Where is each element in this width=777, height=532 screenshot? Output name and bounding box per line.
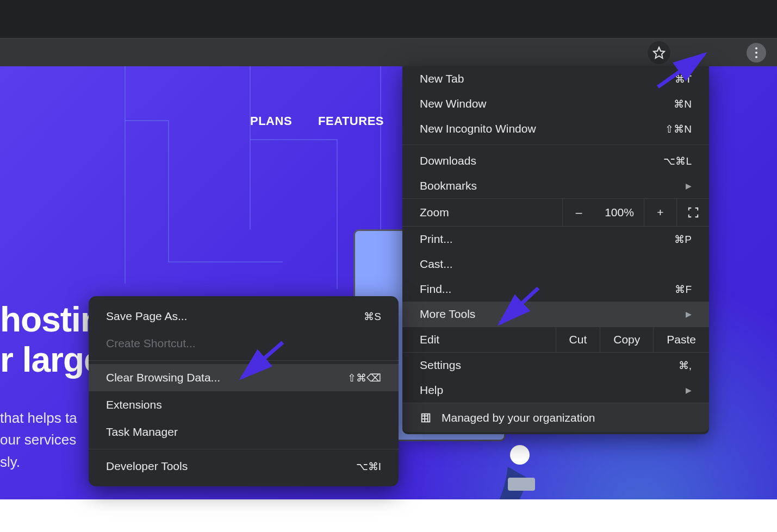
hero-body-2: our services [0,431,76,448]
chrome-menu-button[interactable] [747,43,766,62]
chevron-right-icon: ▶ [686,181,692,190]
menu-cast[interactable]: Cast... [402,252,709,277]
bookmark-star-button[interactable] [648,41,670,64]
zoom-label: Zoom [402,206,562,219]
menu-separator [89,449,399,449]
chrome-main-menu: New Tab ⌘T New Window ⌘N New Incognito W… [402,66,709,434]
fullscreen-button[interactable] [676,198,709,227]
hero-line-2: r large [0,340,103,379]
shortcut-text: ⌘S [364,310,381,323]
svg-rect-5 [508,478,535,491]
submenu-save-page[interactable]: Save Page As... ⌘S [89,303,399,330]
shortcut-text: ⌘F [675,283,692,296]
menu-separator [402,145,709,145]
shortcut-text: ⌘T [675,73,692,85]
menu-edit-row: Edit Cut Copy Paste [402,327,709,353]
shortcut-text: ⌘, [679,359,692,372]
zoom-value: 100% [595,206,644,219]
shortcut-text: ⌘N [674,98,692,110]
more-vert-icon [755,47,757,49]
nav-plans[interactable]: PLANS [250,114,292,128]
menu-settings[interactable]: Settings ⌘, [402,353,709,378]
menu-new-window[interactable]: New Window ⌘N [402,91,709,116]
nav-features[interactable]: FEATURES [318,114,384,128]
hero-line-1: hostin [0,300,101,339]
menu-print[interactable]: Print... ⌘P [402,227,709,252]
shortcut-text: ⌥⌘I [356,460,381,473]
svg-point-4 [510,445,530,465]
building-icon [420,412,432,424]
menu-more-tools[interactable]: More Tools ▶ [402,302,709,327]
svg-marker-0 [654,47,664,58]
hero-text: hostin r large that helps ta our service… [0,300,103,473]
menu-bookmarks[interactable]: Bookmarks ▶ [402,173,709,198]
zoom-in-button[interactable]: + [644,198,676,227]
submenu-task-manager[interactable]: Task Manager [89,418,399,446]
menu-new-incognito[interactable]: New Incognito Window ⇧⌘N [402,116,709,141]
browser-toolbar [0,38,777,66]
shortcut-text: ⌘P [674,233,692,246]
browser-tabstrip [0,0,777,38]
chevron-right-icon: ▶ [686,310,692,318]
menu-zoom-row: Zoom – 100% + [402,198,709,227]
hero-body-1: that helps ta [0,410,77,426]
edit-cut-button[interactable]: Cut [556,327,600,353]
star-icon [652,46,666,59]
menu-help[interactable]: Help ▶ [402,378,709,403]
menu-separator [89,360,399,361]
more-tools-submenu: Save Page As... ⌘S Create Shortcut... Cl… [89,296,399,486]
menu-new-tab[interactable]: New Tab ⌘T [402,66,709,91]
edit-paste-button[interactable]: Paste [653,327,709,353]
submenu-create-shortcut: Create Shortcut... [89,330,399,357]
fullscreen-icon [687,206,699,218]
submenu-clear-browsing-data[interactable]: Clear Browsing Data... ⇧⌘⌫ [89,364,399,391]
menu-find[interactable]: Find... ⌘F [402,277,709,302]
submenu-extensions[interactable]: Extensions [89,391,399,418]
edit-copy-button[interactable]: Copy [600,327,653,353]
menu-managed-by-org[interactable]: Managed by your organization [402,403,709,432]
zoom-out-button[interactable]: – [562,198,595,227]
submenu-developer-tools[interactable]: Developer Tools ⌥⌘I [89,453,399,480]
shortcut-text: ⇧⌘N [665,123,692,135]
menu-downloads[interactable]: Downloads ⌥⌘L [402,148,709,173]
chevron-right-icon: ▶ [686,386,692,395]
shortcut-text: ⇧⌘⌫ [347,372,381,384]
edit-label: Edit [402,333,556,346]
site-nav: PLANS FEATURES [250,114,384,128]
hero-body-3: sly. [0,454,20,470]
shortcut-text: ⌥⌘L [663,155,692,167]
managed-label: Managed by your organization [442,411,595,424]
page-bottom-strip [0,499,777,532]
